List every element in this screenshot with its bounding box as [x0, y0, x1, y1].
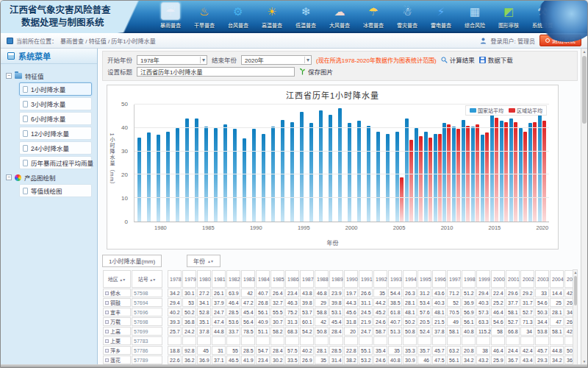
- collapse-icon[interactable]: −: [6, 73, 12, 79]
- sidebar-item[interactable]: 等值线绘图: [19, 184, 92, 197]
- sidebar-item[interactable]: 6小时降水量: [19, 112, 92, 125]
- page-scrollbar[interactable]: ▲ ▼: [581, 49, 587, 364]
- sidebar-item[interactable]: 历年暴雨过程平均雨量: [19, 156, 92, 169]
- value-cell: 28.4: [270, 346, 284, 355]
- chart-title-input[interactable]: [137, 67, 295, 77]
- region-cell[interactable]: 修水: [103, 289, 131, 297]
- breadcrumb-prefix: 当前所在位置：: [16, 37, 57, 45]
- toolbar-item-risk-calc[interactable]: ▦综合风险: [458, 2, 492, 32]
- bar-group: [290, 105, 299, 222]
- table-scroll-thumb[interactable]: [574, 276, 577, 305]
- table-row[interactable]: 铜鼓5769429.45334.137.946.447.226.832.746.…: [103, 298, 578, 307]
- value-cell: 52.4: [417, 327, 431, 336]
- value-cell: 40.8: [462, 327, 476, 336]
- legend-label: 区域站平均: [517, 107, 542, 114]
- table-row[interactable]: 萍乡5778618.892.845315528.554.728.457.540.…: [103, 346, 578, 355]
- year-sort-box[interactable]: 年份▴▾: [187, 255, 220, 267]
- toolbar-item-high-temp[interactable]: ☀高温普查: [255, 2, 289, 32]
- national-avg-bar: [147, 132, 151, 222]
- sidebar-item[interactable]: 3小时降水量: [19, 97, 92, 110]
- region-cell[interactable]: 上栗: [103, 336, 131, 345]
- bar-group: [470, 105, 480, 222]
- table-row[interactable]: 莲花5778922.636.236.937.146.541.923.430.23…: [103, 355, 578, 364]
- value-cell: 47.2: [241, 298, 255, 307]
- toolbar-item-low-temp[interactable]: ❄低温普查: [289, 2, 323, 32]
- chart-legend: 国家站平均区域站平均: [465, 105, 547, 116]
- bar-group: [165, 105, 175, 222]
- regional-avg-bar: [542, 121, 546, 222]
- page-scroll-down-icon[interactable]: ▼: [581, 358, 587, 364]
- document-icon: [23, 86, 28, 93]
- station-header[interactable]: 站号 ▴▾: [132, 270, 162, 288]
- toolbar-item-hail[interactable]: ☂冰雹普查: [356, 2, 390, 32]
- toolbar-item-wind[interactable]: ☁大风普查: [323, 2, 356, 32]
- start-year-select[interactable]: 1978年: [137, 55, 207, 65]
- value-cell: 45: [197, 346, 211, 355]
- value-cell: 39.3: [168, 317, 182, 326]
- value-cell: [491, 336, 505, 345]
- value-cell: 42: [315, 317, 329, 326]
- value-cell: 58.2: [270, 327, 284, 336]
- national-avg-bar: [509, 118, 513, 222]
- spacer: [163, 346, 167, 355]
- download-button[interactable]: 数据下载: [479, 55, 513, 64]
- regional-avg-bar: [504, 122, 508, 222]
- toolbar-item-label: 干旱普查: [194, 21, 215, 29]
- toolbar-item-lightning[interactable]: ⚡雷电普查: [424, 2, 458, 32]
- value-cell: 35: [373, 289, 387, 297]
- sidebar-item[interactable]: 24小时降水量: [19, 141, 92, 155]
- region-cell[interactable]: 万载: [103, 317, 131, 326]
- window-edge: [1, 364, 587, 367]
- value-cell: 47.4: [212, 317, 226, 326]
- region-header[interactable]: 地区 ▴▾: [103, 270, 131, 288]
- value-cell: 50.8: [315, 327, 329, 336]
- table-row[interactable]: 万载5769839.336.835.147.453.656.440.930.73…: [103, 317, 578, 326]
- calculate-button[interactable]: 计算结果: [441, 55, 475, 64]
- value-cell: 24.7: [212, 308, 226, 316]
- value-cell: 53.8: [535, 327, 549, 336]
- table-unit-box[interactable]: 1小时降水量(mm): [102, 255, 162, 267]
- value-cell: [476, 336, 490, 345]
- region-cell[interactable]: 萍乡: [103, 346, 131, 355]
- scroll-up-icon[interactable]: ▲: [573, 270, 578, 275]
- end-year-select[interactable]: 2020年: [241, 55, 312, 65]
- sidebar-group[interactable]: −产品图绘制: [4, 171, 93, 184]
- national-avg-bar: [252, 129, 256, 222]
- toolbar-item-typhoon[interactable]: ⚙台风普查: [221, 2, 255, 32]
- value-cell: 40.7: [388, 317, 402, 326]
- page-scroll-up-icon[interactable]: ▲: [581, 49, 587, 54]
- y-tick-label: 10: [121, 195, 128, 202]
- region-cell[interactable]: 莲花: [103, 355, 131, 364]
- page-scroll-thumb[interactable]: [582, 56, 587, 124]
- collapse-icon[interactable]: −: [6, 174, 12, 180]
- sidebar-item[interactable]: 1小时降水量: [19, 82, 92, 96]
- table-row[interactable]: 上高5769925.724.237.844.833.778.551.158.26…: [103, 327, 578, 336]
- region-cell[interactable]: 宜丰: [103, 308, 131, 316]
- table-row[interactable]: 修水5759834.230.127.226.163.94240.726.423.…: [103, 289, 578, 297]
- value-cell: 14.4: [550, 289, 564, 297]
- table-vertical-scrollbar[interactable]: ▲ ▼: [573, 269, 578, 364]
- folder-icon: [15, 73, 22, 79]
- value-cell: 38.2: [344, 355, 358, 364]
- toolbar-item-drought[interactable]: ♨干旱普查: [187, 2, 221, 32]
- region-cell[interactable]: 铜鼓: [103, 298, 131, 307]
- year-header: 1988: [315, 270, 329, 288]
- precipitation-chart: 江西省历年1小时降水量 1小时降水量（mm） 01020304050 国家站平均…: [107, 85, 559, 250]
- snow-icon: ☃: [398, 2, 417, 20]
- sidebar-item[interactable]: 12小时降水量: [19, 127, 92, 140]
- table-row[interactable]: 上栗57783: [103, 336, 578, 345]
- value-cell: 54.6: [491, 317, 505, 326]
- palette-icon: [15, 174, 21, 181]
- save-image-button[interactable]: 保存图片: [299, 67, 333, 76]
- table-row[interactable]: 宜丰5769640.250.252.824.728.545.456.155.57…: [103, 308, 578, 316]
- value-cell: 44.2: [373, 298, 387, 307]
- sidebar-group[interactable]: −特征值: [4, 69, 93, 82]
- value-cell: 26.1: [212, 289, 226, 297]
- bar-group: [376, 105, 385, 222]
- region-cell[interactable]: 上高: [103, 327, 131, 336]
- value-cell: 24.2: [182, 327, 196, 336]
- scroll-down-icon[interactable]: ▼: [573, 363, 578, 364]
- toolbar-item-snow[interactable]: ☃雪灾普查: [390, 2, 424, 32]
- toolbar-item-rainstorm[interactable]: ☔暴雨普查: [154, 2, 187, 32]
- toolbar-item-chart-review[interactable]: ◩图形审核: [492, 2, 526, 32]
